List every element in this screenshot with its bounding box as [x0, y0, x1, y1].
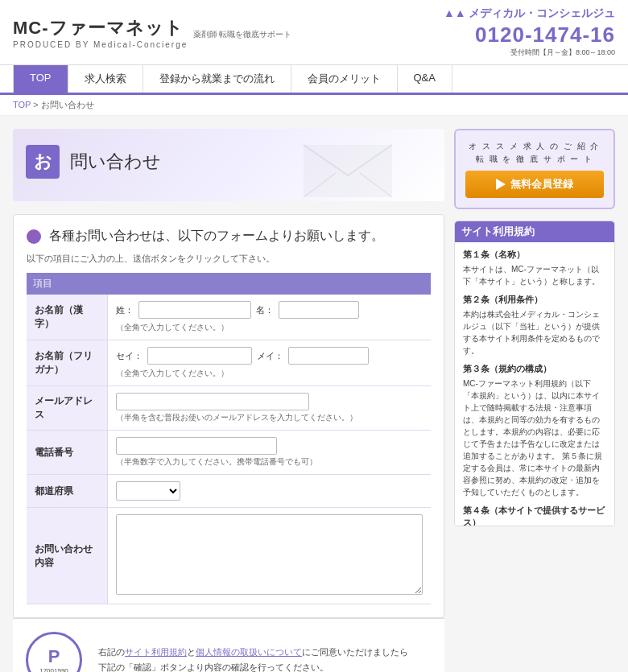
nav-item-merits[interactable]: 会員のメリット: [291, 65, 398, 93]
terms-box[interactable]: サイト利用規約 第１条（名称） 本サイトは、MC-ファーマネット（以下「本サイト…: [454, 221, 615, 526]
sei-kana-input[interactable]: [147, 347, 252, 365]
envelope-decoration: [300, 137, 396, 201]
form-header: 項目: [27, 273, 431, 295]
register-btn-label: 無料会員登録: [510, 177, 573, 192]
inquiry-textarea[interactable]: [116, 514, 423, 595]
terms-title: サイト利用規約: [455, 221, 614, 242]
page-title: 問い合わせ: [70, 151, 161, 171]
footer-area: P 17001990 右記のサイト利用規約と個人情報の取扱いについてにご同意いた…: [13, 618, 444, 672]
tel-input[interactable]: [116, 437, 277, 455]
nav-item-top[interactable]: TOP: [13, 65, 68, 93]
mei-kanji-input[interactable]: [279, 301, 359, 319]
phone-number: 0120-1474-16: [444, 23, 615, 47]
note-tel: （半角数字で入力してください。携帯電話番号でも可）: [116, 456, 423, 468]
prefecture-select[interactable]: 北海道 東京都 大阪府 神奈川県: [116, 481, 180, 501]
table-row: お問い合わせ内容: [27, 508, 431, 604]
privacy-num: 17001990: [39, 667, 68, 673]
table-row: お名前（フリガナ） セイ： メイ： （全角で入力してください。）: [27, 340, 431, 386]
nav-item-flow[interactable]: 登録から就業までの流れ: [143, 65, 291, 93]
note-email: （半角を含む普段お使いのメールアドレスを入力してください。）: [116, 412, 423, 423]
intro-text: 各種お問い合わせは、以下のフォームよりお願いします。: [49, 228, 384, 245]
phone-hours: 受付時間【月～金】8:00～18:00: [444, 47, 615, 58]
logo-subtitle: PRODUCED BY Medical-Concierge: [13, 40, 291, 49]
privacy-badge: P 17001990: [26, 632, 82, 672]
medical-brand: ▲▲ メディカル・コンシェルジュ: [444, 6, 615, 21]
promo-box: オ ス ス メ 求 人 の ご 紹 介 転 職 を 徹 底 サ ポ ー ト 無料…: [454, 129, 615, 209]
terms-section-2-title: 第２条（利用条件）: [463, 294, 606, 306]
label-email: メールアドレス: [27, 386, 107, 431]
header-right: ▲▲ メディカル・コンシェルジュ 0120-1474-16 受付時間【月～金】8…: [444, 6, 615, 58]
logo-tagline: 薬剤師 転職を徹底サポート: [193, 29, 292, 40]
mei-label-kanji: 名：: [256, 304, 274, 316]
register-play-icon: [496, 179, 506, 190]
intro-heading: 各種お問い合わせは、以下のフォームよりお願いします。: [27, 228, 431, 245]
banner-area: お 問い合わせ: [13, 129, 444, 201]
label-name-kana: お名前（フリガナ）: [27, 340, 107, 386]
table-row: お名前（漢字） 姓： 名： （全角で入力してください。）: [27, 295, 431, 340]
table-row: 電話番号 （半角数字で入力してください。携帯電話番号でも可）: [27, 431, 431, 475]
label-name-kanji: お名前（漢字）: [27, 295, 107, 340]
circle-icon: [27, 229, 41, 244]
main-content: お 問い合わせ 各種お問い合わせは、以下のフォームよりお願いします。 以下の項目…: [0, 116, 628, 672]
svg-rect-0: [304, 145, 392, 197]
breadcrumb: TOP > お問い合わせ: [0, 95, 628, 116]
privacy-link[interactable]: 個人情報の取扱いについて: [196, 647, 302, 657]
form-table: 項目 お名前（漢字） 姓： 名：: [27, 273, 431, 604]
register-button[interactable]: 無料会員登録: [465, 171, 604, 198]
breadcrumb-top[interactable]: TOP: [13, 100, 31, 109]
sei-kanji-input[interactable]: [138, 301, 251, 319]
promo-top-text: オ ス ス メ 求 人 の ご 紹 介 転 職 を 徹 底 サ ポ ー ト: [465, 140, 604, 166]
privacy-p-letter: P: [48, 646, 60, 667]
label-tel: 電話番号: [27, 431, 107, 475]
sei-label-kana: セイ：: [116, 350, 143, 362]
footer-text: 右記のサイト利用規約と個人情報の取扱いについてにご同意いただけましたら 下記の「…: [98, 645, 408, 672]
label-inquiry: お問い合わせ内容: [27, 508, 107, 604]
sei-label-kanji: 姓：: [116, 304, 134, 316]
mei-label-kana: メイ：: [257, 350, 283, 362]
nav-bar: TOP 求人検索 登録から就業までの流れ 会員のメリット Q&A: [0, 65, 628, 95]
email-input[interactable]: [116, 393, 309, 410]
nav-item-qa[interactable]: Q&A: [398, 65, 452, 93]
terms-section-3-text: MC-ファーマネット利用規約（以下「本規約」という）は、以内に本サイト上で随時掲…: [463, 377, 606, 498]
logo-area: MC-ファーマネット 薬剤師 転職を徹底サポート PRODUCED BY Med…: [13, 16, 291, 49]
brand-icon: ▲▲: [444, 6, 466, 19]
note-kanji: （全角で入力してください。）: [116, 322, 423, 333]
terms-section-1-text: 本サイトは、MC-ファーマネット（以下「本サイト」という）と称します。: [463, 263, 606, 287]
table-row: 都道府県 北海道 東京都 大阪府 神奈川県: [27, 475, 431, 508]
label-prefecture: 都道府県: [27, 475, 107, 508]
logo-title: MC-ファーマネット: [13, 16, 184, 40]
form-section: 各種お問い合わせは、以下のフォームよりお願いします。 以下の項目にご入力の上、送…: [13, 214, 444, 618]
terms-section-4-title: 第４条（本サイトで提供するサービス）: [463, 505, 606, 526]
sub-note: 以下の項目にご入力の上、送信ボタンをクリックして下さい。: [27, 253, 431, 265]
nav-item-search[interactable]: 求人検索: [68, 65, 143, 93]
terms-section-3-title: 第３条（規約の構成）: [463, 363, 606, 375]
header: MC-ファーマネット 薬剤師 転職を徹底サポート PRODUCED BY Med…: [0, 0, 628, 65]
right-sidebar: オ ス ス メ 求 人 の ご 紹 介 転 職 を 徹 底 サ ポ ー ト 無料…: [454, 129, 615, 672]
left-content: お 問い合わせ 各種お問い合わせは、以下のフォームよりお願いします。 以下の項目…: [13, 129, 444, 672]
mei-kana-input[interactable]: [288, 347, 369, 365]
note-kana: （全角で入力してください。）: [116, 368, 423, 379]
table-row: メールアドレス （半角を含む普段お使いのメールアドレスを入力してください。）: [27, 386, 431, 431]
breadcrumb-current: お問い合わせ: [41, 100, 94, 109]
terms-link[interactable]: サイト利用規約: [125, 647, 187, 657]
page-icon: お: [26, 145, 60, 179]
terms-section-2-text: 本約は株式会社メディカル・コンシェルジュ（以下「当社」という）が提供する本サイト…: [463, 308, 606, 357]
terms-section-1-title: 第１条（名称）: [463, 249, 606, 261]
